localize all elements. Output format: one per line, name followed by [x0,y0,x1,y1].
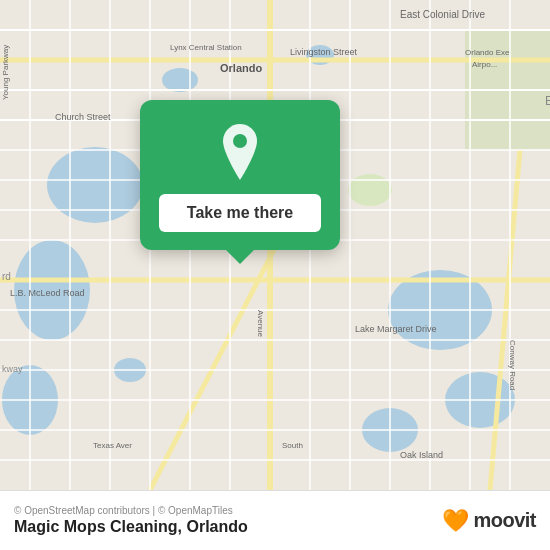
take-me-there-button[interactable]: Take me there [159,194,321,232]
svg-text:Texas Aver: Texas Aver [93,441,132,450]
moovit-logo: 🧡 moovit [442,508,536,534]
svg-text:Lake Margaret Drive: Lake Margaret Drive [355,324,437,334]
svg-text:E: E [545,94,550,108]
svg-point-12 [348,174,392,206]
svg-text:Airpo...: Airpo... [472,60,497,69]
svg-text:kway: kway [2,364,23,374]
svg-text:Conway Road: Conway Road [508,340,517,390]
svg-text:Young Parkway: Young Parkway [1,45,10,100]
bottom-bar: © OpenStreetMap contributors | © OpenMap… [0,490,550,550]
svg-text:Livingston Street: Livingston Street [290,47,358,57]
map-attribution: © OpenStreetMap contributors | © OpenMap… [14,505,248,516]
svg-text:Church Street: Church Street [55,112,111,122]
location-popup: Take me there [140,100,340,250]
svg-text:Orlando Exe: Orlando Exe [465,48,510,57]
business-info: © OpenStreetMap contributors | © OpenMap… [14,505,248,536]
svg-text:Avenue: Avenue [256,310,265,338]
svg-point-61 [233,134,247,148]
location-pin-icon [216,124,264,180]
svg-text:Lynx Central Station: Lynx Central Station [170,43,242,52]
svg-text:Orlando: Orlando [220,62,262,74]
business-name: Magic Mops Cleaning, Orlando [14,518,248,536]
svg-text:rd: rd [2,271,11,282]
moovit-text: moovit [473,509,536,532]
svg-text:South: South [282,441,303,450]
svg-point-9 [162,68,198,92]
svg-text:East Colonial Drive: East Colonial Drive [400,9,485,20]
svg-text:L.B. McLeod Road: L.B. McLeod Road [10,288,85,298]
svg-point-2 [47,147,143,223]
svg-text:Oak Island: Oak Island [400,450,443,460]
map-container: East Colonial Drive Livingston Street Ly… [0,0,550,490]
moovit-icon: 🧡 [442,508,469,534]
